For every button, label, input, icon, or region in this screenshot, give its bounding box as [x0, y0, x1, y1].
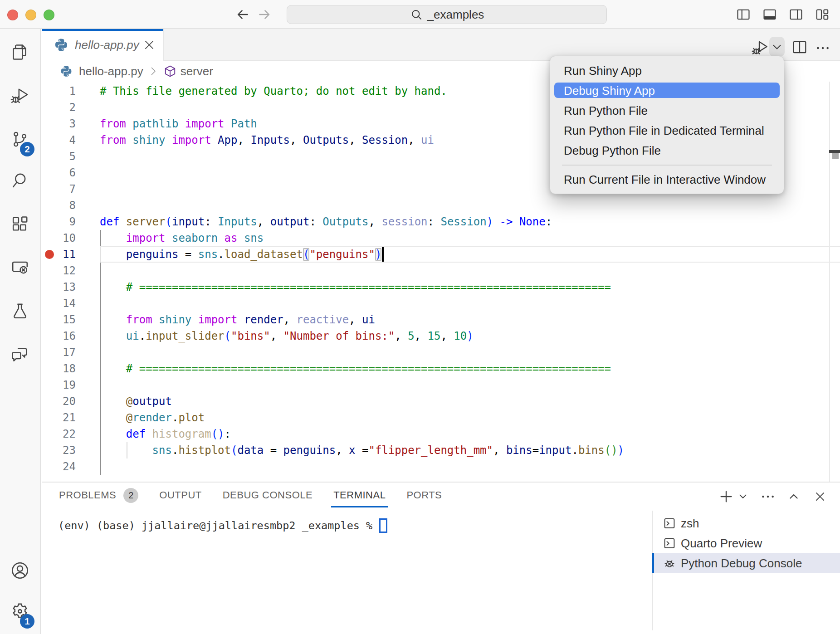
line-number: 22: [42, 426, 76, 442]
code-line-22[interactable]: 22 def histogram():: [42, 426, 840, 442]
line-number: 6: [42, 165, 76, 181]
line-number: 7: [42, 181, 76, 197]
vscode-window: _examples 21 hello-app.py hello-app.py s…: [0, 0, 840, 634]
activitybar-item-files[interactable]: [0, 32, 40, 72]
tab-hello-app[interactable]: hello-app.py: [42, 29, 164, 61]
code-line-23[interactable]: 23 sns.histplot(data = penguins, x ="fli…: [42, 442, 840, 458]
customize-layout-icon[interactable]: [815, 7, 830, 22]
menu-item-debug-shiny-app[interactable]: Debug Shiny App: [550, 81, 784, 101]
activitybar-item-extensions[interactable]: [0, 204, 40, 244]
breadcrumb-symbol[interactable]: server: [181, 64, 213, 78]
terminal-list: zshQuarto PreviewPython Debug Console: [652, 513, 840, 573]
terminal-profile-chevron-icon[interactable]: [737, 491, 748, 502]
menu-item-run-python-file-in-dedicated-terminal[interactable]: Run Python File in Dedicated Terminal: [550, 121, 784, 141]
panel-tab-ports[interactable]: PORTS: [406, 483, 442, 508]
panel-tab-label: PORTS: [406, 489, 442, 501]
menu-item-label: Debug Python File: [564, 144, 661, 158]
zoom-window-button[interactable]: [44, 10, 54, 20]
breakpoint-dot[interactable]: [45, 250, 54, 259]
close-window-button[interactable]: [7, 10, 18, 20]
activitybar-item-beaker[interactable]: [0, 291, 40, 331]
line-number: 12: [42, 263, 76, 279]
terminal-list-label: Quarto Preview: [681, 536, 762, 551]
command-center-search[interactable]: _examples: [287, 5, 607, 24]
activitybar-item-source-control[interactable]: 2: [0, 119, 40, 159]
toggle-primary-sidebar-icon[interactable]: [736, 7, 751, 22]
symbol-module-icon: [163, 64, 177, 78]
code-line-17[interactable]: 17: [42, 344, 840, 361]
panel-tab-terminal[interactable]: TERMINAL: [333, 483, 386, 508]
code-line-9[interactable]: 9def server(input: Inputs, output: Outpu…: [42, 214, 840, 230]
panel-more-actions-icon[interactable]: [760, 488, 776, 505]
nav-forward-icon[interactable]: [257, 7, 272, 22]
panel-tab-debug-console[interactable]: DEBUG CONSOLE: [223, 483, 313, 508]
line-number: 2: [42, 99, 76, 116]
search-icon: [410, 8, 423, 21]
panel-tab-label: TERMINAL: [333, 489, 386, 501]
menu-item-run-shiny-app[interactable]: Run Shiny App: [550, 61, 784, 81]
terminal-list-item-quarto-preview[interactable]: Quarto Preview: [652, 533, 840, 553]
code-line-16[interactable]: 16 ui.input_slider("bins", "Number of bi…: [42, 328, 840, 344]
code-line-11[interactable]: 11 penguins = sns.load_dataset("penguins…: [42, 246, 840, 263]
code-line-18[interactable]: 18 # ===================================…: [42, 361, 840, 377]
code-line-20[interactable]: 20 @output: [42, 393, 840, 410]
activity-bar: 21: [0, 29, 41, 634]
line-number: 10: [42, 230, 76, 246]
code-line-10[interactable]: 10 import seaborn as sns: [42, 230, 840, 246]
toggle-secondary-sidebar-icon[interactable]: [788, 7, 804, 22]
panel-tab-output[interactable]: OUTPUT: [159, 483, 201, 508]
code-line-14[interactable]: 14: [42, 295, 840, 312]
python-file-icon: [54, 38, 68, 52]
code-line-8[interactable]: 8: [42, 197, 840, 214]
activitybar-item-run-debug[interactable]: [0, 76, 40, 116]
toggle-panel-icon[interactable]: [762, 7, 777, 22]
menu-item-run-current-file-in-interactive-window[interactable]: Run Current File in Interactive Window: [550, 170, 784, 190]
breadcrumb-file[interactable]: hello-app.py: [79, 64, 143, 78]
line-number: 23: [42, 442, 76, 458]
run-or-debug-button[interactable]: [751, 39, 769, 57]
maximize-panel-icon[interactable]: [787, 490, 800, 503]
bottom-panel: PROBLEMS2OUTPUTDEBUG CONSOLETERMINALPORT…: [42, 482, 840, 634]
code-line-24[interactable]: 24: [42, 458, 840, 475]
activitybar-item-search[interactable]: [0, 161, 40, 200]
search-text: _examples: [427, 8, 484, 22]
line-number: 14: [42, 295, 76, 312]
code-line-19[interactable]: 19: [42, 377, 840, 393]
panel-tab-label: DEBUG CONSOLE: [223, 489, 313, 501]
activitybar-item-settings[interactable]: 1: [0, 591, 40, 631]
menu-separator: [550, 161, 784, 170]
activitybar-item-remote-explorer[interactable]: [0, 248, 40, 288]
line-number: 19: [42, 377, 76, 393]
minimize-window-button[interactable]: [25, 10, 36, 20]
overview-ruler-bracket-marker: [832, 153, 839, 159]
panel-tab-problems[interactable]: PROBLEMS2: [59, 483, 138, 508]
code-line-15[interactable]: 15 from shiny import render, reactive, u…: [42, 312, 840, 328]
terminal-list-item-zsh[interactable]: zsh: [652, 513, 840, 533]
menu-item-debug-python-file[interactable]: Debug Python File: [550, 141, 784, 161]
panel-tab-label: OUTPUT: [159, 489, 201, 501]
terminal-list-item-python-debug-console[interactable]: Python Debug Console: [652, 553, 840, 573]
menu-item-run-python-file[interactable]: Run Python File: [550, 101, 784, 121]
close-panel-icon[interactable]: [813, 490, 827, 503]
overview-ruler-border: [829, 82, 830, 482]
terminal-cursor: [379, 518, 387, 533]
new-terminal-icon[interactable]: [718, 488, 734, 505]
panel-tab-label: PROBLEMS: [59, 489, 116, 501]
activitybar-item-account[interactable]: [0, 551, 40, 590]
chevron-right-icon: [148, 66, 159, 77]
nav-back-icon[interactable]: [235, 7, 250, 22]
menu-item-label: Run Python File: [564, 104, 648, 118]
titlebar: _examples: [0, 0, 840, 29]
tab-close-icon[interactable]: [142, 38, 156, 52]
activitybar-item-comments[interactable]: [0, 335, 40, 375]
code-line-21[interactable]: 21 @render.plot: [42, 410, 840, 426]
line-number: 15: [42, 312, 76, 328]
line-number: 18: [42, 361, 76, 377]
terminal-prompt[interactable]: (env) (base) jjallaire@jjallairesmbp2 _e…: [58, 517, 387, 534]
code-line-12[interactable]: 12: [42, 263, 840, 279]
run-dropdown-chevron-icon[interactable]: [771, 41, 783, 54]
editor-more-actions-icon[interactable]: [815, 40, 831, 56]
line-number: 1: [42, 83, 76, 99]
code-line-13[interactable]: 13 # ===================================…: [42, 279, 840, 295]
split-editor-icon[interactable]: [791, 39, 808, 56]
